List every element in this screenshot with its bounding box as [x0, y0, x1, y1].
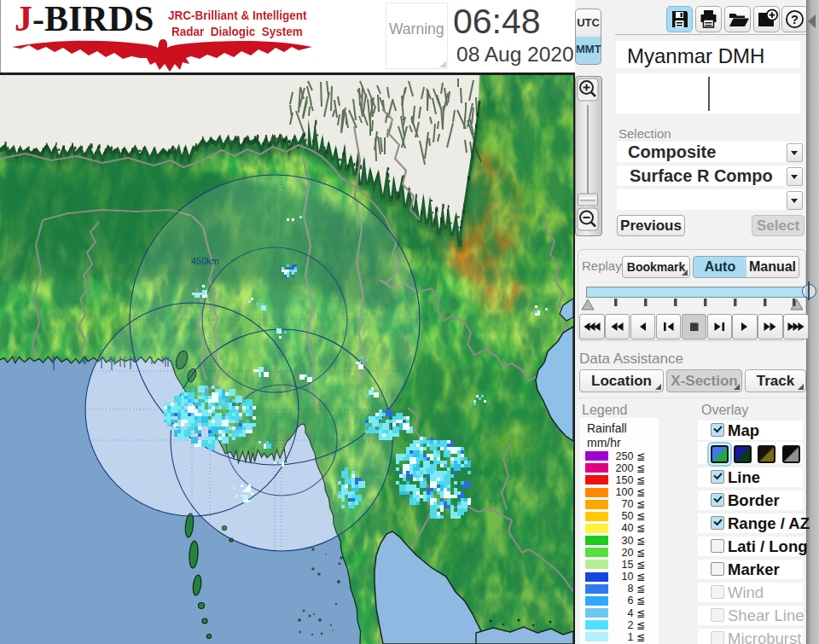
svg-text:?: ?: [791, 13, 799, 26]
svg-text:450km: 450km: [191, 256, 219, 266]
